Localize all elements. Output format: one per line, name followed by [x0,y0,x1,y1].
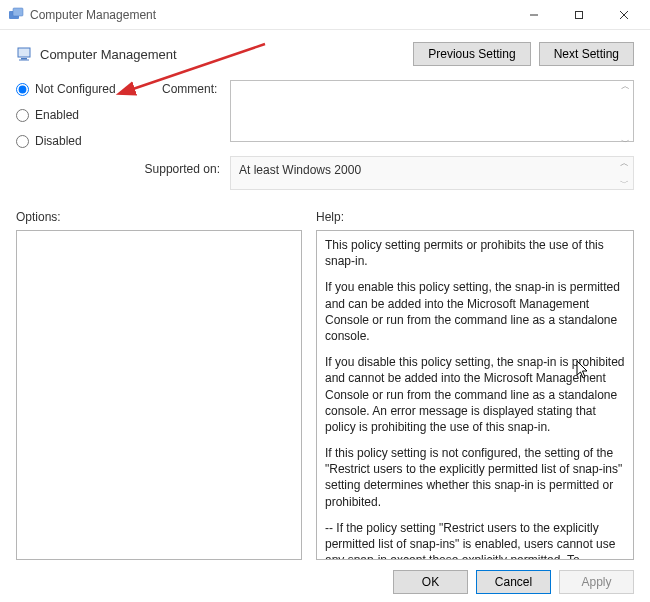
titlebar: Computer Management [0,0,650,30]
supported-on-value: At least Windows 2000 ︿﹀ [230,156,634,190]
maximize-button[interactable] [556,1,601,29]
svg-rect-1 [13,8,23,16]
comment-input[interactable] [230,80,634,142]
radio-disabled[interactable]: Disabled [16,134,156,148]
policy-title: Computer Management [40,47,177,62]
comment-label: Comment: [162,80,224,148]
help-paragraph: This policy setting permits or prohibits… [325,237,625,269]
options-label: Options: [16,210,302,224]
next-setting-button[interactable]: Next Setting [539,42,634,66]
radio-disabled-input[interactable] [16,135,29,148]
help-paragraph: -- If the policy setting "Restrict users… [325,520,625,559]
svg-rect-3 [575,11,582,18]
help-label: Help: [316,210,634,224]
radio-enabled-input[interactable] [16,109,29,122]
previous-setting-button[interactable]: Previous Setting [413,42,530,66]
options-box [16,230,302,560]
content-area: Computer Management Previous Setting Nex… [0,30,650,560]
comment-wrapper: ︿﹀ [230,80,634,148]
dialog-footer: OK Cancel Apply [393,570,634,594]
svg-rect-6 [18,48,30,57]
radio-label: Not Configured [35,82,116,96]
supported-on-label: Supported on: [16,156,224,190]
policy-header: Computer Management Previous Setting Nex… [16,42,634,66]
cancel-button[interactable]: Cancel [476,570,551,594]
supported-scrollbar: ︿﹀ [616,158,632,188]
apply-button[interactable]: Apply [559,570,634,594]
supported-on-text: At least Windows 2000 [239,163,361,177]
settings-grid: Not Configured Enabled Disabled Comment:… [16,80,634,148]
radio-not-configured-input[interactable] [16,83,29,96]
help-box: This policy setting permits or prohibits… [316,230,634,560]
help-text-area[interactable]: This policy setting permits or prohibits… [317,231,633,559]
radio-label: Disabled [35,134,82,148]
minimize-button[interactable] [511,1,556,29]
supported-row: Supported on: At least Windows 2000 ︿﹀ [16,156,634,190]
policy-icon [16,46,32,62]
panels: Options: Help: This policy setting permi… [16,210,634,560]
radio-label: Enabled [35,108,79,122]
help-paragraph: If you disable this policy setting, the … [325,354,625,435]
app-icon [8,7,24,23]
help-paragraph: If you enable this policy setting, the s… [325,279,625,344]
close-button[interactable] [601,1,646,29]
help-paragraph: If this policy setting is not configured… [325,445,625,510]
help-panel: Help: This policy setting permits or pro… [316,210,634,560]
state-radio-group: Not Configured Enabled Disabled [16,80,156,148]
window-title: Computer Management [30,8,511,22]
svg-rect-7 [21,58,27,60]
radio-not-configured[interactable]: Not Configured [16,82,156,96]
svg-rect-8 [19,60,29,61]
radio-enabled[interactable]: Enabled [16,108,156,122]
options-panel: Options: [16,210,302,560]
window-controls [511,1,646,29]
ok-button[interactable]: OK [393,570,468,594]
nav-buttons: Previous Setting Next Setting [413,42,634,66]
